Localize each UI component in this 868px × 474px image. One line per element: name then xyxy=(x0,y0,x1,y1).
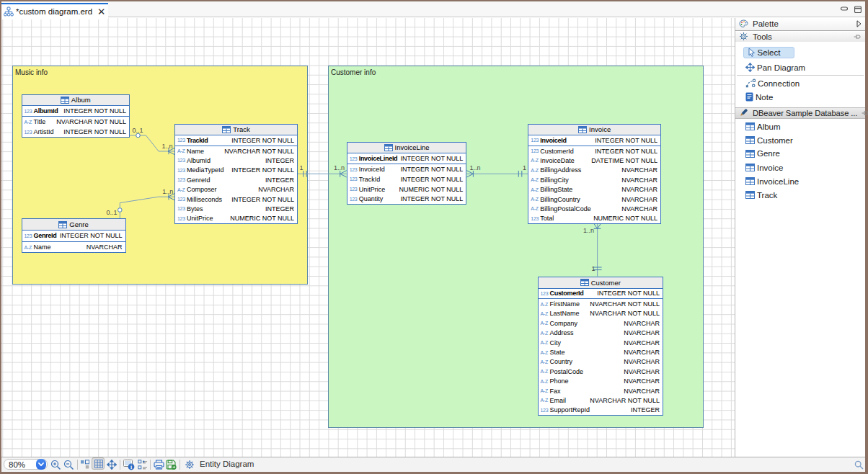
svg-text:1..n: 1..n xyxy=(334,164,345,171)
svg-text:i: i xyxy=(130,464,132,470)
svg-text:1: 1 xyxy=(523,164,526,171)
svg-text:1..n: 1..n xyxy=(470,164,481,171)
svg-text:0..1: 0..1 xyxy=(133,127,143,134)
svg-text:1..n: 1..n xyxy=(162,188,173,195)
svg-text:1..n: 1..n xyxy=(583,227,594,234)
svg-text:1..n: 1..n xyxy=(162,143,173,150)
svg-text:1: 1 xyxy=(300,164,304,171)
svg-text:1: 1 xyxy=(591,265,595,272)
svg-text:0..1: 0..1 xyxy=(106,209,117,216)
